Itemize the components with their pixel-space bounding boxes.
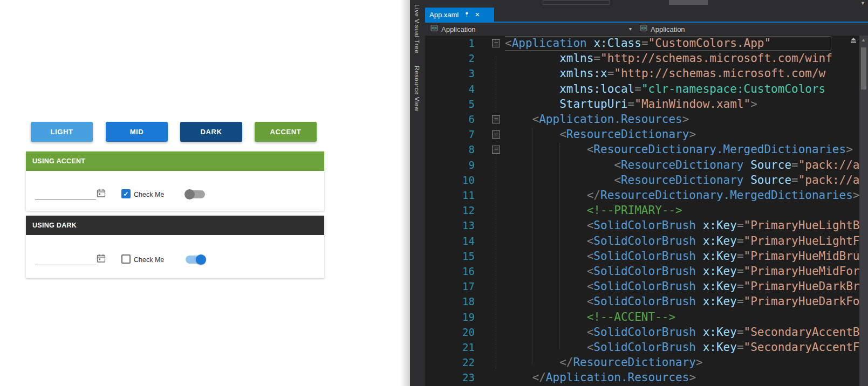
line-number: 18 [425, 294, 475, 309]
code-editor[interactable]: 1234567891011121314151617181920212223 −−… [425, 36, 868, 386]
line-number: 10 [425, 173, 475, 188]
vs-editor-area: ▼ App.xaml ✕ <> [425, 0, 868, 386]
line-number: 12 [425, 203, 475, 218]
button-dark[interactable]: DARK [180, 122, 242, 142]
toolbar-dropdown-icon[interactable]: ▼ [860, 0, 865, 6]
line-number: 2 [425, 51, 475, 66]
code-line[interactable]: <ResourceDictionary Source="pack://a [505, 173, 859, 188]
window-edge-shadow [400, 0, 410, 386]
code-line[interactable]: <ResourceDictionary.MergedDictionaries> [505, 142, 859, 157]
code-line[interactable]: <SolidColorBrush x:Key="PrimaryHueMidFor [505, 264, 859, 279]
toolbar-fragment [669, 0, 708, 5]
code-line[interactable]: </ResourceDictionary> [505, 355, 859, 370]
outlining-gutter: −−−− [477, 36, 503, 386]
line-number: 16 [425, 264, 475, 279]
code-line[interactable]: <SolidColorBrush x:Key="SecondaryAccentF [505, 340, 859, 355]
type-dropdown[interactable]: <> Application [430, 23, 476, 36]
class-icon: <> [640, 24, 647, 34]
line-number-gutter: 1234567891011121314151617181920212223 [425, 36, 475, 386]
code-line[interactable]: </Application.Resources> [505, 370, 859, 385]
wpf-preview-window: LIGHT MID DARK ACCENT USING ACCENT [0, 0, 410, 386]
button-mid[interactable]: MID [106, 122, 168, 142]
svg-text:<>: <> [432, 26, 437, 31]
code-line[interactable]: xmlns="http://schemas.microsoft.com/winf [505, 51, 859, 66]
checkbox-label: Check Me [134, 256, 164, 264]
text-field[interactable] [35, 183, 96, 200]
checkbox-unchecked[interactable] [121, 254, 131, 264]
pin-icon[interactable] [464, 11, 470, 18]
code-line[interactable]: <ResourceDictionary> [505, 127, 859, 142]
code-line[interactable]: <SolidColorBrush x:Key="SecondaryAccentB [505, 325, 859, 340]
line-number: 20 [425, 325, 475, 340]
line-number: 1 [425, 36, 475, 51]
code-line[interactable]: <Application.Resources> [505, 112, 859, 127]
code-line[interactable]: <Application x:Class="CustomColors.App" [505, 36, 859, 51]
tab-live-visual-tree[interactable]: Live Visual Tree [414, 4, 420, 53]
outline-guide-line [496, 56, 496, 369]
code-line[interactable]: <!--PRIMARY--> [505, 203, 859, 218]
checkbox-label: Check Me [134, 191, 164, 198]
fold-collapse-icon[interactable]: − [492, 39, 500, 47]
line-number: 13 [425, 218, 475, 233]
text-field[interactable] [35, 248, 96, 265]
code-line[interactable]: </ResourceDictionary.MergedDictionaries> [505, 188, 859, 203]
code-line[interactable]: <SolidColorBrush x:Key="PrimaryHueLightB [505, 218, 859, 233]
chevron-down-icon[interactable]: ▾ [629, 26, 632, 32]
editor-split-handle[interactable] [851, 38, 857, 45]
scroll-up-icon[interactable]: ▲ [861, 37, 866, 43]
group-title: USING ACCENT [32, 157, 85, 165]
screen: LIGHT MID DARK ACCENT USING ACCENT [0, 0, 868, 386]
tool-window-tab-strip: Live Visual Tree Resource View [410, 0, 425, 386]
fold-collapse-icon[interactable]: − [492, 130, 500, 139]
tab-resource-view[interactable]: Resource View [414, 66, 420, 112]
button-accent[interactable]: ACCENT [255, 122, 317, 142]
group-using-dark: USING DARK Check Me [26, 216, 324, 278]
line-number: 8 [425, 142, 475, 157]
group-body: ✓ Check Me [26, 171, 324, 211]
code-line[interactable]: <!--ACCENT--> [505, 309, 859, 325]
group-title: USING DARK [32, 222, 77, 229]
line-number: 11 [425, 188, 475, 203]
document-tab-bar: App.xaml ✕ [425, 8, 868, 22]
toggle-off[interactable] [186, 190, 205, 198]
group-body: Check Me [26, 235, 324, 278]
code-line[interactable]: <SolidColorBrush x:Key="PrimaryHueMidBru [505, 249, 859, 264]
line-number: 21 [425, 340, 475, 355]
toolbar-fragment [543, 0, 610, 5]
toggle-knob [184, 189, 195, 199]
code-line[interactable]: StartupUri="MainWindow.xaml"> [505, 96, 859, 112]
code-line[interactable]: <SolidColorBrush x:Key="PrimaryHueDarkBr [505, 279, 859, 294]
code-line[interactable]: <SolidColorBrush x:Key="PrimaryHueLightF [505, 233, 859, 249]
member-dropdown-label: Application [651, 25, 685, 33]
toggle-knob [196, 254, 206, 265]
tab-app-xaml[interactable]: App.xaml ✕ [425, 8, 494, 22]
calendar-icon[interactable] [97, 189, 106, 200]
code-lines[interactable]: <Application x:Class="CustomColors.App"x… [505, 36, 859, 386]
fold-collapse-icon[interactable]: − [492, 146, 500, 154]
fold-collapse-icon[interactable]: − [492, 115, 500, 123]
checkbox-checked[interactable]: ✓ [121, 189, 131, 198]
code-line[interactable]: xmlns:local="clr-namespace:CustomColors [505, 81, 859, 96]
line-number: 19 [425, 309, 475, 325]
member-dropdown[interactable]: <> Application [640, 23, 685, 36]
scrollbar-thumb[interactable] [861, 47, 866, 89]
tab-title: App.xaml [429, 11, 459, 19]
code-line[interactable]: <ResourceDictionary Source="pack://a [505, 157, 859, 173]
line-number: 4 [425, 81, 475, 96]
close-icon[interactable]: ✕ [475, 11, 480, 18]
button-light[interactable]: LIGHT [31, 122, 93, 142]
checkmark-icon: ✓ [123, 191, 128, 197]
group-header: USING DARK [26, 216, 324, 235]
group-header: USING ACCENT [26, 151, 324, 171]
code-line[interactable]: xmlns:x="http://schemas.microsoft.com/w [505, 66, 859, 81]
toolbar-remnant: ▼ [425, 0, 868, 8]
navigation-bar: <> Application ▾ <> Application [425, 23, 868, 36]
code-line[interactable]: <SolidColorBrush x:Key="PrimaryHueDarkFo [505, 294, 859, 309]
line-number: 9 [425, 157, 475, 173]
line-number: 14 [425, 233, 475, 249]
class-icon: <> [430, 24, 438, 34]
vertical-scrollbar[interactable]: ▲ [859, 36, 868, 386]
toggle-on[interactable] [186, 256, 205, 264]
calendar-icon[interactable] [97, 254, 106, 265]
line-number: 6 [425, 112, 475, 127]
